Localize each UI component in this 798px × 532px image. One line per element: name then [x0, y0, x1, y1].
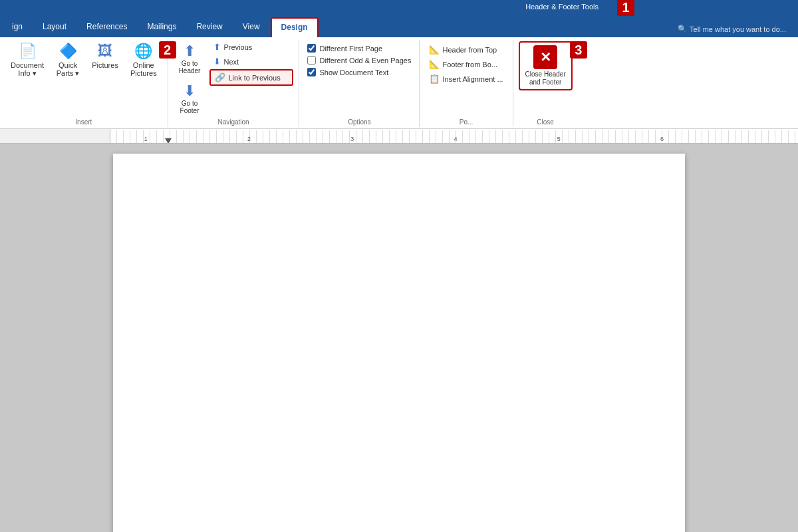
ribbon-tabs: ign Layout References Mailings Review Vi…	[0, 13, 798, 37]
ribbon-body: 📄 Document Info ▾ 🔷 Quick Parts ▾ 🖼 Pict…	[0, 37, 798, 129]
header-from-top-button[interactable]: 📐 Header from Top	[425, 43, 507, 57]
go-to-header-icon: ⬆	[184, 43, 196, 60]
tab-review[interactable]: Review	[187, 17, 231, 37]
quick-parts-icon: 🔷	[59, 43, 77, 60]
close-header-footer-button[interactable]: ✕ Close Headerand Footer	[519, 41, 573, 90]
online-pictures-button[interactable]: 🌐 Online Pictures	[125, 40, 162, 80]
different-first-page-row[interactable]: Different First Page	[305, 43, 414, 54]
header-from-top-icon: 📐	[429, 45, 440, 55]
insert-alignment-icon: 📋	[429, 74, 440, 84]
navigation-group-label: Navigation	[174, 117, 294, 127]
position-group-label: Po...	[425, 117, 507, 127]
tab-layout[interactable]: Layout	[33, 17, 76, 37]
close-label: Close Headerand Footer	[525, 70, 566, 86]
search-icon: 🔍	[678, 25, 687, 33]
ruler-cursor	[165, 138, 172, 144]
different-odd-even-checkbox[interactable]	[307, 56, 316, 65]
group-options: Different First Page Different Odd & Eve…	[299, 40, 420, 127]
next-button[interactable]: ⬇ Next	[209, 55, 293, 68]
document-info-button[interactable]: 📄 Document Info ▾	[5, 40, 49, 80]
close-x-icon: ✕	[533, 45, 557, 69]
tell-me-field[interactable]: 🔍 Tell me what you want to do...	[668, 21, 795, 37]
insert-alignment-button[interactable]: 📋 Insert Alignment ...	[425, 72, 507, 86]
ruler-inner: // This won't run inside SVG; handled be…	[110, 129, 798, 143]
tab-references[interactable]: References	[77, 17, 136, 37]
position-buttons: 📐 Header from Top 📐 Footer from Bo... 📋 …	[425, 40, 507, 117]
group-insert: 📄 Document Info ▾ 🔷 Quick Parts ▾ 🖼 Pict…	[0, 40, 168, 127]
link-to-previous-button[interactable]: 🔗 Link to Previous	[209, 69, 293, 86]
go-to-footer-button[interactable]: ⬇ Go to Footer	[174, 80, 205, 117]
close-group-label: Close	[516, 117, 575, 127]
go-to-footer-icon: ⬇	[184, 82, 196, 100]
context-tool-label: Header & Footer Tools	[525, 3, 598, 11]
different-odd-even-row[interactable]: Different Odd & Even Pages	[305, 55, 414, 66]
pictures-icon: 🖼	[98, 43, 112, 60]
show-document-text-row[interactable]: Show Document Text	[305, 66, 414, 78]
link-to-previous-icon: 🔗	[215, 72, 225, 82]
document-page	[113, 154, 685, 532]
insert-buttons: 📄 Document Info ▾ 🔷 Quick Parts ▾ 🖼 Pict…	[5, 40, 162, 117]
pictures-button[interactable]: 🖼 Pictures	[86, 40, 124, 72]
quick-parts-button[interactable]: 🔷 Quick Parts ▾	[51, 40, 85, 80]
navigation-buttons: ⬆ Go to Header ⬇ Go to Footer ⬆ Previous…	[174, 40, 294, 117]
footer-from-bottom-icon: 📐	[429, 59, 440, 69]
next-icon: ⬇	[213, 57, 221, 66]
group-navigation: 2 ⬆ Go to Header ⬇ Go to Footer ⬆ Previo…	[168, 40, 300, 127]
previous-button[interactable]: ⬆ Previous	[209, 40, 293, 54]
document-area	[0, 144, 798, 532]
different-first-page-checkbox[interactable]	[307, 44, 316, 53]
ruler: // This won't run inside SVG; handled be…	[0, 129, 798, 144]
tab-sign[interactable]: ign	[3, 17, 32, 37]
options-group-label: Options	[305, 117, 414, 127]
tab-mailings[interactable]: Mailings	[138, 17, 186, 37]
group-close: 3 ✕ Close Headerand Footer Close	[513, 40, 578, 127]
go-to-header-button[interactable]: ⬆ Go to Header	[174, 40, 206, 77]
previous-icon: ⬆	[213, 42, 221, 52]
tab-view[interactable]: View	[233, 17, 269, 37]
show-document-text-checkbox[interactable]	[307, 68, 316, 76]
options-checkboxes: Different First Page Different Odd & Eve…	[305, 40, 414, 117]
tab-design[interactable]: Design	[271, 17, 319, 37]
online-pictures-icon: 🌐	[134, 43, 152, 60]
group-position: 📐 Header from Top 📐 Footer from Bo... 📋 …	[420, 40, 513, 127]
document-info-icon: 📄	[19, 43, 37, 60]
insert-group-label: Insert	[5, 117, 162, 127]
footer-from-bottom-button[interactable]: 📐 Footer from Bo...	[425, 57, 507, 71]
